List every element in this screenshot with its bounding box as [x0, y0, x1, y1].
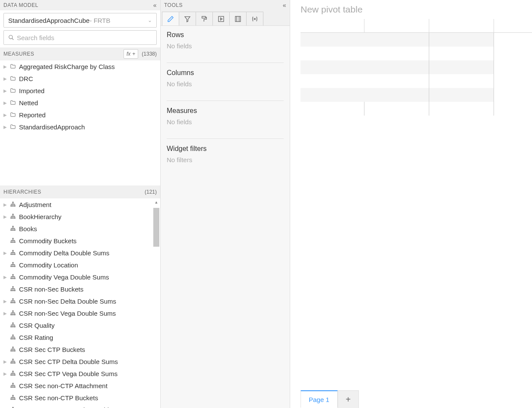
caret-icon[interactable]: ▶	[3, 214, 8, 219]
pivot-cell[interactable]	[364, 74, 429, 88]
search-fields-box[interactable]	[3, 30, 157, 45]
pivot-header-cell[interactable]	[494, 19, 532, 33]
add-page-button[interactable]: +	[338, 391, 359, 408]
tab-action[interactable]	[212, 12, 230, 25]
caret-icon[interactable]: ▶	[3, 125, 8, 129]
svg-point-60	[13, 374, 13, 375]
pivot-header-cell[interactable]	[429, 19, 494, 33]
svg-point-8	[13, 217, 13, 218]
caret-icon[interactable]: ▶	[3, 371, 8, 376]
measure-item[interactable]: ▶Netted	[0, 97, 160, 109]
hierarchy-item[interactable]: ▶CSR non-Sec Vega Double Sums	[0, 307, 160, 319]
hierarchy-item[interactable]: ▶CSR Sec CTP Buckets	[0, 343, 160, 355]
pivot-cell[interactable]	[301, 60, 364, 74]
caret-icon[interactable]: ▶	[3, 64, 8, 69]
pivot-cell[interactable]	[301, 74, 364, 88]
pivot-cell[interactable]	[494, 102, 532, 116]
hierarchy-item[interactable]: ▶Adjustment	[0, 198, 160, 210]
pivot-cell[interactable]	[429, 60, 494, 74]
collapse-left-icon[interactable]: «	[153, 2, 157, 9]
hierarchy-item[interactable]: ▶CSR Rating	[0, 331, 160, 343]
caret-icon[interactable]: ▶	[3, 88, 8, 93]
scrollbar-thumb[interactable]	[153, 208, 159, 247]
pivot-header-cell[interactable]	[301, 19, 364, 33]
pivot-cell[interactable]	[429, 74, 494, 88]
cube-selector[interactable]: StandardisedApproachCube - FRTB ⌄	[3, 13, 157, 28]
pivot-cell[interactable]	[364, 102, 429, 116]
caret-icon[interactable]: ▶	[3, 275, 8, 279]
hierarchy-icon	[10, 383, 16, 389]
pivot-cell[interactable]	[494, 47, 532, 60]
hierarchy-item[interactable]: ▶Commodity Location	[0, 259, 160, 271]
rows-section[interactable]: Rows No fields	[167, 31, 284, 63]
hierarchy-icon	[10, 213, 16, 220]
hierarchy-item[interactable]: ▶BookHierarchy	[0, 210, 160, 223]
fx-button[interactable]: fx +	[124, 49, 138, 59]
pivot-cell[interactable]	[364, 88, 429, 102]
pivot-cell[interactable]	[364, 60, 429, 74]
measure-item[interactable]: ▶StandardisedApproach	[0, 121, 160, 133]
pivot-cell[interactable]	[429, 102, 494, 116]
hierarchy-item[interactable]: ▶Commodity Delta Double Sums	[0, 247, 160, 259]
hierarchy-item[interactable]: ▶Books	[0, 223, 160, 235]
measure-item[interactable]: ▶Aggregated RiskCharge by Class	[0, 60, 160, 72]
hierarchy-item[interactable]: ▶CSR Sec non-CTP Delta Double Sums	[0, 404, 160, 408]
hierarchy-item[interactable]: ▶CSR Sec CTP Vega Double Sums	[0, 367, 160, 380]
hierarchy-item[interactable]: ▶CSR Sec CTP Delta Double Sums	[0, 355, 160, 367]
pivot-cell[interactable]	[429, 88, 494, 102]
columns-section[interactable]: Columns No fields	[167, 69, 284, 101]
tab-filter[interactable]	[179, 12, 196, 25]
caret-icon[interactable]: ▶	[3, 359, 8, 364]
caret-icon[interactable]: ▶	[3, 113, 8, 117]
hierarchy-item[interactable]: ▶CSR Sec non-CTP Buckets	[0, 392, 160, 404]
page-tab-1[interactable]: Page 1	[301, 390, 338, 408]
measure-item[interactable]: ▶Imported	[0, 85, 160, 97]
hierarchy-label: Adjustment	[19, 201, 51, 208]
hierarchy-item[interactable]: ▶Commodity Buckets	[0, 235, 160, 247]
hierarchy-item[interactable]: ▶CSR non-Sec Buckets	[0, 283, 160, 295]
pivot-cell[interactable]	[301, 88, 364, 102]
scroll-up-icon[interactable]: ▲	[153, 199, 159, 205]
tab-format[interactable]	[196, 12, 213, 25]
caret-icon[interactable]: ▶	[3, 299, 8, 304]
search-input[interactable]	[17, 34, 152, 41]
pivot-cell[interactable]	[494, 33, 532, 47]
hierarchy-item[interactable]: ▶CSR non-Sec Delta Double Sums	[0, 295, 160, 307]
pivot-cell[interactable]	[301, 47, 364, 60]
hierarchy-item[interactable]: ▶CSR Sec non-CTP Attachment	[0, 380, 160, 392]
caret-icon[interactable]: ▶	[3, 202, 8, 207]
pivot-grid[interactable]	[301, 19, 532, 116]
collapse-left-icon[interactable]: «	[283, 2, 286, 9]
rows-empty: No fields	[167, 42, 284, 50]
svg-rect-75	[202, 16, 206, 18]
caret-icon[interactable]: ▶	[3, 311, 8, 316]
tab-layout[interactable]	[229, 12, 247, 25]
caret-icon[interactable]: ▶	[3, 251, 8, 255]
filters-section[interactable]: Widget filters No filters	[167, 145, 284, 176]
hierarchy-item[interactable]: ▶Commodity Vega Double Sums	[0, 271, 160, 283]
pivot-cell[interactable]	[494, 74, 532, 88]
pivot-cell[interactable]	[364, 33, 429, 47]
pivot-header-cell[interactable]	[364, 19, 429, 33]
caret-icon[interactable]: ▶	[3, 76, 8, 81]
pivot-cell[interactable]	[494, 60, 532, 74]
measure-item[interactable]: ▶Reported	[0, 109, 160, 121]
pivot-cell[interactable]	[301, 33, 364, 47]
tab-edit[interactable]	[162, 12, 179, 25]
measure-item[interactable]: ▶DRC	[0, 72, 160, 85]
caret-icon[interactable]: ▶	[3, 100, 8, 105]
measures-section[interactable]: Measures No fields	[167, 107, 284, 139]
plus-icon: +	[132, 51, 135, 57]
pivot-cell[interactable]	[429, 47, 494, 60]
pivot-cell[interactable]	[494, 88, 532, 102]
search-icon	[8, 35, 14, 41]
svg-point-2	[13, 202, 13, 203]
svg-point-28	[13, 278, 13, 279]
hierarchies-list[interactable]: ▶Adjustment▶BookHierarchy▶Books▶Commodit…	[0, 198, 160, 408]
pivot-cell[interactable]	[364, 47, 429, 60]
pivot-title[interactable]: New pivot table	[290, 0, 532, 19]
hierarchy-item[interactable]: ▶CSR Quality	[0, 319, 160, 331]
tab-variable[interactable]	[246, 12, 263, 25]
pivot-cell[interactable]	[301, 102, 364, 116]
pivot-cell[interactable]	[429, 33, 494, 47]
